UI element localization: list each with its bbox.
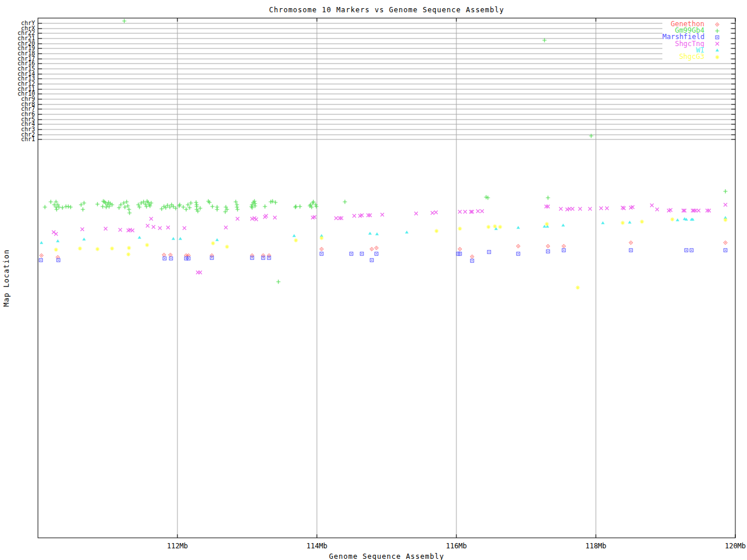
- series-ShgcTng: [52, 203, 727, 274]
- data-point-marker: [375, 252, 378, 256]
- data-point-marker: [55, 208, 59, 212]
- data-point-marker: [215, 208, 219, 212]
- data-point-marker: [96, 247, 100, 251]
- data-point-marker: [621, 221, 625, 225]
- x-tick-label-116Mb: 116Mb: [436, 542, 477, 550]
- data-point-marker: [40, 254, 43, 257]
- data-point-marker: [184, 208, 189, 212]
- data-point-marker: [629, 241, 633, 244]
- data-point-marker: [225, 245, 229, 249]
- data-point-marker: [56, 239, 60, 242]
- data-point-marker: [215, 238, 219, 241]
- data-point-marker: [145, 243, 149, 247]
- data-point-marker: [264, 214, 268, 218]
- data-point-marker: [49, 200, 53, 204]
- data-point-marker: [360, 252, 364, 256]
- data-point-marker: [715, 49, 719, 52]
- data-point-marker: [516, 226, 520, 229]
- data-point-marker: [480, 209, 484, 213]
- data-point-marker: [724, 241, 727, 244]
- data-point-marker: [458, 210, 462, 214]
- data-point-marker: [622, 206, 626, 210]
- legend: GenethonGm99Gb4MarshfieldShgcTngWIShgcG3: [662, 21, 730, 60]
- data-point-marker: [470, 259, 474, 262]
- data-point-marker: [370, 247, 374, 251]
- data-point-marker: [183, 226, 186, 230]
- data-point-marker: [54, 248, 58, 252]
- data-point-marker: [198, 271, 202, 274]
- data-point-marker: [588, 207, 592, 211]
- data-point-marker: [81, 208, 85, 212]
- data-point-marker: [375, 246, 378, 250]
- data-point-marker: [210, 254, 214, 257]
- data-point-marker: [715, 36, 719, 39]
- data-point-marker: [224, 226, 228, 229]
- data-point-marker: [671, 218, 675, 222]
- data-point-marker: [39, 258, 43, 262]
- data-point-marker: [263, 205, 267, 209]
- data-point-marker: [96, 202, 100, 206]
- data-point-marker: [546, 196, 550, 200]
- data-point-marker: [516, 244, 520, 248]
- data-point-marker: [370, 258, 374, 262]
- data-point-marker: [235, 205, 239, 209]
- data-point-marker: [198, 206, 203, 211]
- y-tick-label-chr1: chr1: [0, 136, 35, 142]
- x-tick-label-118Mb: 118Mb: [575, 542, 616, 550]
- chart-canvas: Chromosome 10 Markers vs Genome Sequence…: [0, 0, 747, 560]
- data-point-marker: [267, 254, 271, 257]
- data-point-marker: [172, 237, 175, 240]
- cross-icon: [704, 40, 730, 47]
- data-point-marker: [516, 252, 520, 256]
- data-point-marker: [487, 225, 491, 229]
- data-point-marker: [350, 252, 353, 256]
- data-point-marker: [267, 256, 271, 260]
- data-point-marker: [546, 244, 550, 248]
- data-point-marker: [294, 205, 298, 209]
- data-point-marker: [544, 205, 548, 208]
- data-point-marker: [128, 211, 132, 215]
- data-point-marker: [561, 223, 565, 226]
- data-point-marker: [127, 208, 131, 212]
- data-point-marker: [69, 205, 73, 209]
- data-point-marker: [254, 218, 258, 221]
- data-point-marker: [40, 241, 43, 244]
- data-point-marker: [104, 227, 107, 230]
- data-point-marker: [82, 237, 86, 240]
- legend-label: ShgcG3: [662, 54, 704, 60]
- data-point-marker: [81, 228, 84, 231]
- data-point-marker: [138, 236, 141, 239]
- data-point-marker: [559, 207, 563, 211]
- data-point-marker: [640, 220, 644, 224]
- data-point-marker: [434, 211, 438, 214]
- data-point-marker: [127, 253, 131, 257]
- data-point-marker: [320, 252, 323, 256]
- data-point-marker: [338, 216, 341, 220]
- data-point-marker: [236, 208, 240, 212]
- y-axis-title: Map Location: [2, 249, 11, 307]
- data-point-marker: [210, 256, 214, 260]
- data-point-marker: [431, 211, 434, 215]
- data-point-marker: [578, 207, 582, 211]
- data-point-marker: [211, 242, 215, 246]
- data-point-marker: [715, 55, 720, 59]
- data-point-marker: [43, 205, 47, 209]
- plus-icon: [704, 27, 730, 34]
- data-point-marker: [343, 200, 347, 204]
- data-point-marker: [146, 224, 149, 228]
- data-point-marker: [697, 209, 700, 212]
- data-point-marker: [571, 207, 574, 211]
- data-point-marker: [101, 205, 105, 209]
- data-point-marker: [599, 206, 603, 210]
- data-point-marker: [61, 206, 65, 210]
- data-point-marker: [546, 250, 550, 253]
- data-point-marker: [724, 190, 728, 194]
- data-point-marker: [605, 206, 609, 210]
- data-point-marker: [576, 286, 580, 290]
- data-point-marker: [236, 217, 239, 220]
- data-point-marker: [368, 214, 372, 217]
- data-point-marker: [487, 250, 491, 254]
- data-point-marker: [320, 247, 323, 251]
- data-point-marker: [163, 257, 166, 260]
- data-point-marker: [545, 222, 549, 226]
